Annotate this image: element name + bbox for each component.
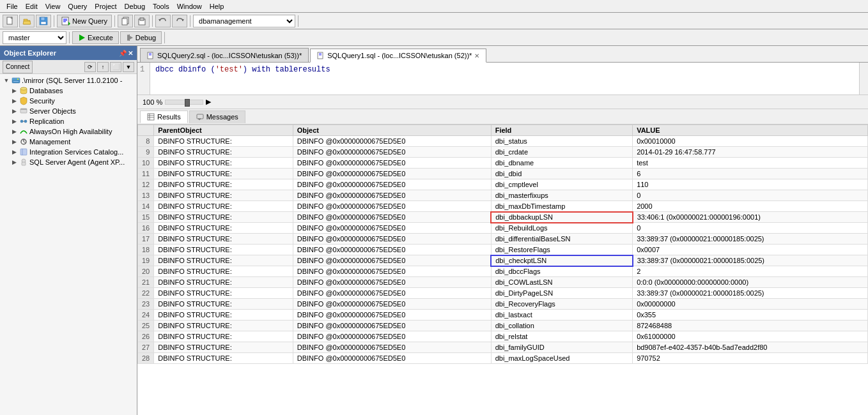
security-icon xyxy=(19,96,28,105)
tree-server-objects[interactable]: ▶ Server Objects xyxy=(8,106,137,116)
table-row[interactable]: 25DBINFO STRUCTURE:DBINFO @0x00000000675… xyxy=(138,321,868,331)
tree-integration[interactable]: ▶ Integration Services Catalog... xyxy=(8,147,137,157)
table-row[interactable]: 18DBINFO STRUCTURE:DBINFO @0x00000000675… xyxy=(138,245,868,255)
tree-management[interactable]: ▶ Management xyxy=(8,137,137,147)
redo-btn[interactable] xyxy=(172,15,187,27)
field-cell: dbi_maxDbTimestamp xyxy=(491,201,632,212)
oe-btn2[interactable]: ↑ xyxy=(97,62,109,72)
results-grid[interactable]: ParentObject Object Field VALUE 8DBINFO … xyxy=(137,124,868,415)
table-row[interactable]: 10DBINFO STRUCTURE:DBINFO @0x00000000675… xyxy=(138,158,868,169)
table-row[interactable]: 15DBINFO STRUCTURE:DBINFO @0x00000000675… xyxy=(138,212,868,223)
value-cell: 0x00000000 xyxy=(633,299,868,310)
debug-button[interactable]: Debug xyxy=(120,31,162,44)
server-node[interactable]: ▼ .\mirror (SQL Server 11.0.2100 - xyxy=(0,75,137,86)
object-cell: DBINFO @0x00000000675ED5E0 xyxy=(293,223,491,234)
oe-pin-btn[interactable]: 📌 xyxy=(119,50,127,57)
save-btn[interactable] xyxy=(36,15,51,27)
table-row[interactable]: 16DBINFO STRUCTURE:DBINFO @0x00000000675… xyxy=(138,223,868,234)
menu-tools[interactable]: Tools xyxy=(149,2,173,11)
results-tab-messages[interactable]: Messages xyxy=(189,110,245,123)
tab2-close-btn[interactable]: ✕ xyxy=(474,52,479,59)
menu-edit[interactable]: Edit xyxy=(22,2,42,11)
server-objects-label: Server Objects xyxy=(29,107,76,115)
tree-databases[interactable]: ▶ Databases xyxy=(8,86,137,96)
table-row[interactable]: 13DBINFO STRUCTURE:DBINFO @0x00000000675… xyxy=(138,190,868,201)
object-cell: DBINFO @0x00000000675ED5E0 xyxy=(293,310,491,321)
svg-rect-38 xyxy=(148,52,153,59)
table-row[interactable]: 20DBINFO STRUCTURE:DBINFO @0x00000000675… xyxy=(138,266,868,277)
copy-btn[interactable] xyxy=(118,15,133,27)
table-row[interactable]: 22DBINFO STRUCTURE:DBINFO @0x00000000675… xyxy=(138,288,868,299)
svg-rect-27 xyxy=(20,109,27,110)
menu-project[interactable]: Project xyxy=(91,2,120,11)
value-cell: 0 xyxy=(633,190,868,201)
menu-query[interactable]: Query xyxy=(64,2,91,11)
menu-file[interactable]: File xyxy=(3,2,22,11)
alwayson-expand: ▶ xyxy=(10,128,18,135)
menu-view[interactable]: View xyxy=(42,2,65,11)
svg-rect-21 xyxy=(12,78,20,80)
oe-btn1[interactable]: ⟳ xyxy=(84,62,96,72)
query-tab-1[interactable]: SQLQuery2.sql - (loc...ICSSON\etuskan (5… xyxy=(140,48,309,62)
oe-close-btn[interactable]: ✕ xyxy=(128,50,133,57)
table-row[interactable]: 11DBINFO STRUCTURE:DBINFO @0x00000000675… xyxy=(138,169,868,179)
object-cell: DBINFO @0x00000000675ED5E0 xyxy=(293,147,491,158)
row-num-cell: 8 xyxy=(138,136,154,147)
db-dropdown[interactable]: dbamanagement xyxy=(193,15,295,27)
row-num-cell: 10 xyxy=(138,158,154,169)
new-file-btn[interactable] xyxy=(3,15,18,27)
object-cell: DBINFO @0x00000000675ED5E0 xyxy=(293,212,491,223)
row-num-cell: 15 xyxy=(138,212,154,223)
zoom-thumb[interactable] xyxy=(185,99,190,107)
oe-btn4[interactable]: ▼ xyxy=(123,62,134,72)
row-num-cell: 11 xyxy=(138,169,154,179)
table-row[interactable]: 17DBINFO STRUCTURE:DBINFO @0x00000000675… xyxy=(138,234,868,245)
table-row[interactable]: 23DBINFO STRUCTURE:DBINFO @0x00000000675… xyxy=(138,299,868,310)
field-cell: dbi_relstat xyxy=(491,331,632,342)
table-row[interactable]: 9DBINFO STRUCTURE:DBINFO @0x00000000675E… xyxy=(138,147,868,158)
table-row[interactable]: 26DBINFO STRUCTURE:DBINFO @0x00000000675… xyxy=(138,331,868,342)
table-row[interactable]: 19DBINFO STRUCTURE:DBINFO @0x00000000675… xyxy=(138,255,868,266)
table-row[interactable]: 24DBINFO STRUCTURE:DBINFO @0x00000000675… xyxy=(138,310,868,321)
object-cell: DBINFO @0x00000000675ED5E0 xyxy=(293,245,491,255)
svg-rect-12 xyxy=(122,19,127,25)
menu-help[interactable]: Help xyxy=(206,2,228,11)
execute-button[interactable]: Execute xyxy=(72,31,119,44)
menu-debug[interactable]: Debug xyxy=(121,2,149,11)
paste-btn[interactable] xyxy=(134,15,150,27)
field-cell: dbi_status xyxy=(491,136,632,147)
open-file-btn[interactable] xyxy=(19,15,35,27)
field-cell: dbi_dbname xyxy=(491,158,632,169)
tree-security[interactable]: ▶ Security xyxy=(8,96,137,106)
table-row[interactable]: 28DBINFO STRUCTURE:DBINFO @0x00000000675… xyxy=(138,353,868,364)
results-grid-icon xyxy=(147,113,155,121)
query-editor[interactable]: dbcc dbinfo ('test') with tableresults xyxy=(150,63,859,94)
connect-button[interactable]: Connect xyxy=(3,61,33,73)
object-cell: DBINFO @0x00000000675ED5E0 xyxy=(293,277,491,288)
menu-window[interactable]: Window xyxy=(173,2,206,11)
results-tab-results[interactable]: Results xyxy=(140,110,188,123)
svg-point-25 xyxy=(20,87,27,90)
table-row[interactable]: 12DBINFO STRUCTURE:DBINFO @0x00000000675… xyxy=(138,179,868,190)
zoom-slider[interactable] xyxy=(165,100,203,105)
db-dropdown2[interactable]: master xyxy=(3,31,66,44)
query-tab-2[interactable]: SQLQuery1.sql - (loc...ICSSON\etuskan (5… xyxy=(310,49,486,63)
value-cell: 33:389:37 (0x00000021:00000185:0025) xyxy=(633,234,868,245)
table-row[interactable]: 14DBINFO STRUCTURE:DBINFO @0x00000000675… xyxy=(138,201,868,212)
tree-sqlagent[interactable]: ▶ SQL Server Agent (Agent XP... xyxy=(8,157,137,167)
undo-btn[interactable] xyxy=(155,15,171,27)
editor-vscroll[interactable] xyxy=(859,63,868,94)
new-query-button[interactable]: New Query xyxy=(57,15,112,27)
sep5 xyxy=(298,15,298,27)
table-row[interactable]: 8DBINFO STRUCTURE:DBINFO @0x00000000675E… xyxy=(138,136,868,147)
tree-alwayson[interactable]: ▶ AlwaysOn High Availability xyxy=(8,126,137,137)
oe-btn3[interactable]: ⬜ xyxy=(110,62,121,72)
zoom-arrow[interactable]: ▶ xyxy=(206,98,211,106)
tree-replication[interactable]: ▶ Replication xyxy=(8,116,137,126)
field-cell: dbi_cmptlevel xyxy=(491,179,632,190)
parent-cell: DBINFO STRUCTURE: xyxy=(154,245,293,255)
alwayson-icon xyxy=(19,127,28,136)
tab2-label: SQLQuery1.sql - (loc...ICSSON\etuskan (5… xyxy=(327,52,472,59)
table-row[interactable]: 21DBINFO STRUCTURE:DBINFO @0x00000000675… xyxy=(138,277,868,288)
table-row[interactable]: 27DBINFO STRUCTURE:DBINFO @0x00000000675… xyxy=(138,342,868,353)
